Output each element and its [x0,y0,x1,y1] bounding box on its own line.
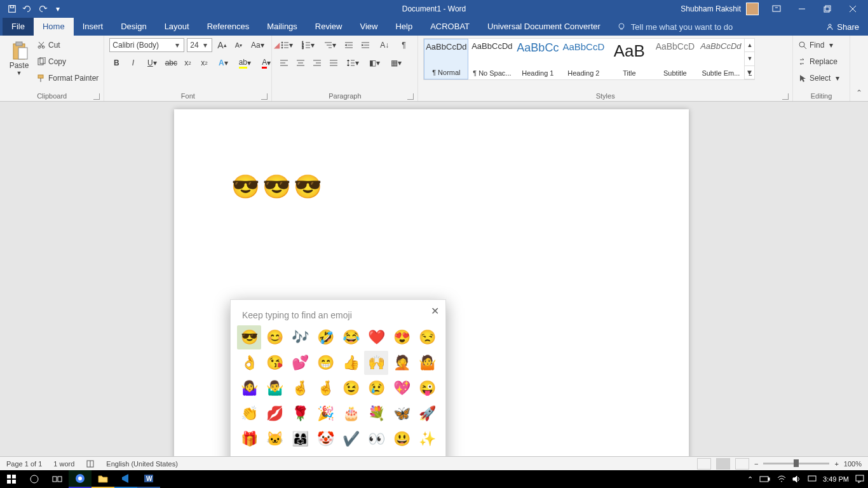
save-button[interactable] [5,2,19,16]
emoji-cell[interactable]: 👏 [237,402,261,426]
highlight-color-button[interactable]: ab▾ [235,56,254,70]
subscript-button[interactable]: x2 [180,56,194,70]
paragraph-dialog-launcher[interactable] [407,93,414,100]
strikethrough-button[interactable]: abc [164,56,178,70]
emoji-cell[interactable]: ❤️ [364,325,388,349]
borders-button[interactable]: ▦▾ [386,56,405,70]
line-spacing-button[interactable]: ▾ [343,56,362,70]
language-indicator[interactable]: English (United States) [106,460,178,468]
emoji-cell[interactable]: 🎶 [288,325,312,349]
tab-help[interactable]: Help [386,18,421,36]
emoji-cell[interactable]: 💐 [364,402,388,426]
start-button[interactable] [0,470,23,488]
page-indicator[interactable]: Page 1 of 1 [6,460,42,468]
emoji-cell[interactable]: 👍 [339,351,363,375]
redo-button[interactable] [36,2,50,16]
style-item-subtitle[interactable]: AaBbCcDSubtitle [653,39,697,79]
zoom-out-button[interactable]: − [754,460,758,468]
emoji-cell[interactable]: 🎁 [237,427,261,451]
font-name-combo[interactable]: Calibri (Body)▾ [109,38,184,52]
increase-font-size-button[interactable]: A▴ [215,38,229,52]
emoji-cell[interactable]: 😁 [313,351,337,375]
style-item-heading-1[interactable]: AaBbCcHeading 1 [515,39,560,79]
tell-me-search[interactable]: Tell me what you want to do [609,18,740,36]
find-button[interactable]: Find ▾ [798,38,839,52]
emoji-cell[interactable]: 🌹 [288,402,312,426]
emoji-cell[interactable]: ✔️ [339,427,363,451]
emoji-cell[interactable]: 🤞 [313,376,337,400]
tab-layout[interactable]: Layout [156,18,198,36]
emoji-cell[interactable]: 🤣 [313,325,337,349]
emoji-cell[interactable]: 🤷 [415,351,439,375]
tray-clock[interactable]: 3:49 PM [823,475,849,483]
tab-design[interactable]: Design [112,18,155,36]
format-painter-button[interactable]: Format Painter [37,71,98,85]
italic-button[interactable]: I [126,56,140,70]
user-avatar[interactable] [746,3,759,15]
emoji-cell[interactable]: 😉 [339,376,363,400]
word-count[interactable]: 1 word [53,460,74,468]
decrease-font-size-button[interactable]: A▾ [231,38,245,52]
superscript-button[interactable]: x2 [197,56,211,70]
ime-icon[interactable] [808,475,817,483]
zoom-in-button[interactable]: + [834,460,838,468]
numbering-button[interactable]: 123▾ [299,38,318,52]
spellcheck-button[interactable] [86,459,95,468]
style-item-heading-2[interactable]: AaBbCcDHeading 2 [561,39,606,79]
web-layout-button[interactable] [735,458,749,470]
multilevel-list-button[interactable]: ▾ [320,38,339,52]
tab-view[interactable]: View [351,18,386,36]
gallery-down-button[interactable]: ▼ [745,52,754,65]
emoji-cell[interactable]: 🎉 [313,402,337,426]
emoji-cell[interactable]: 😜 [415,376,439,400]
tab-mailings[interactable]: Mailings [258,18,306,36]
paste-button[interactable]: Paste ▼ [5,38,33,79]
action-center-icon[interactable] [855,475,864,484]
gallery-more-button[interactable]: ▼̲ [745,66,754,79]
tab-acrobat[interactable]: ACROBAT [421,18,478,36]
qat-customize-button[interactable]: ▾ [51,2,65,16]
emoji-cell[interactable]: 🤷‍♀️ [237,376,261,400]
emoji-cell[interactable]: 🤞 [288,376,312,400]
style-item---normal[interactable]: AaBbCcDd¶ Normal [424,39,468,79]
tab-references[interactable]: References [198,18,258,36]
emoji-cell[interactable]: 🦋 [390,402,414,426]
tab-review[interactable]: Review [306,18,351,36]
emoji-cell[interactable]: 🙌 [364,351,388,375]
emoji-close-button[interactable]: ✕ [431,305,439,317]
emoji-cell[interactable]: 😊 [262,325,287,349]
tab-universal-document-converter[interactable]: Universal Document Converter [478,18,609,36]
emoji-cell[interactable]: 🤦 [390,351,414,375]
align-right-button[interactable] [310,56,324,70]
emoji-cell[interactable]: 🤷‍♂️ [262,376,287,400]
select-button[interactable]: Select ▾ [798,71,839,85]
emoji-cell[interactable]: 👌 [237,351,261,375]
justify-button[interactable] [327,56,341,70]
undo-button[interactable] [20,2,34,16]
zoom-slider[interactable] [763,463,829,464]
font-size-combo[interactable]: 24▾ [187,38,212,52]
emoji-cell[interactable]: 😍 [390,325,414,349]
emoji-cell[interactable]: 🚀 [415,402,439,426]
battery-icon[interactable] [759,475,771,483]
increase-indent-button[interactable] [358,38,372,52]
emoji-cell[interactable]: 💖 [390,376,414,400]
cut-button[interactable]: Cut [37,38,98,52]
emoji-cell[interactable]: 😒 [415,325,439,349]
tab-insert[interactable]: Insert [74,18,112,36]
style-item---no-spac---[interactable]: AaBbCcDd¶ No Spac... [470,39,514,79]
font-dialog-launcher[interactable] [261,93,268,100]
close-button[interactable] [840,0,865,18]
emoji-cell[interactable]: 💋 [262,402,287,426]
taskbar-app-vscode[interactable] [114,470,137,488]
align-center-button[interactable] [294,56,308,70]
replace-button[interactable]: Replace [798,55,839,69]
task-view-button[interactable] [46,470,69,488]
align-left-button[interactable] [277,56,291,70]
taskbar-app-word[interactable]: W [137,470,160,488]
print-layout-button[interactable] [716,458,730,470]
gallery-up-button[interactable]: ▲ [745,39,754,52]
style-item-title[interactable]: AaBTitle [607,39,651,79]
emoji-cell[interactable]: 🤡 [313,427,337,451]
copy-button[interactable]: Copy [37,55,98,69]
